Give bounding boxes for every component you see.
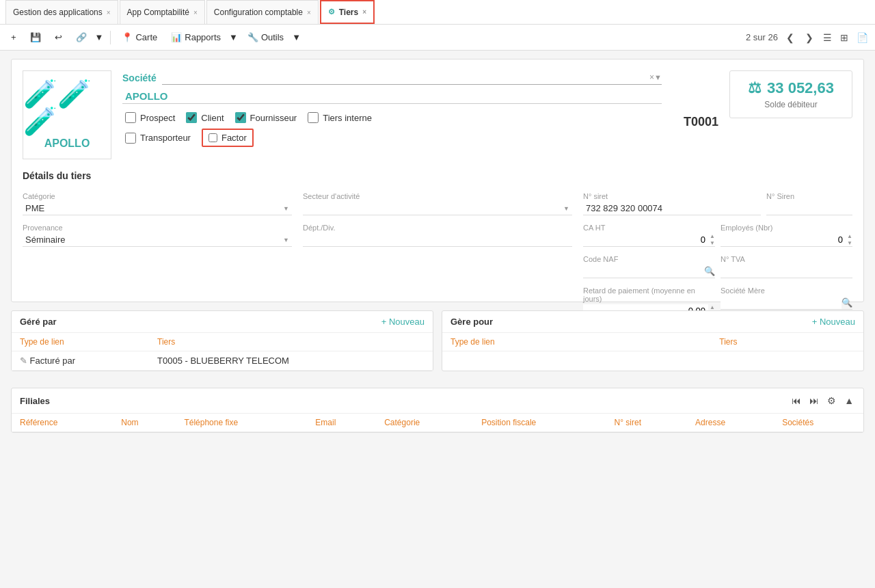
tiers-interne-checkbox-item[interactable]: Tiers interne: [308, 112, 372, 123]
client-checkbox-item[interactable]: Client: [186, 112, 224, 123]
transporteur-checkbox-item[interactable]: Transporteur: [125, 129, 191, 147]
categorie-dropdown-container[interactable]: PME: [23, 202, 292, 215]
secteur-select[interactable]: [303, 202, 572, 215]
societe-clear-icon[interactable]: ×: [649, 72, 654, 82]
gere-pour-title: Gère pour: [450, 317, 493, 327]
code-naf-search-icon[interactable]: 🔍: [704, 266, 715, 276]
tab-comptabilite[interactable]: App Comptabilité ×: [120, 0, 205, 24]
fournisseur-checkbox-item[interactable]: Fournisseur: [235, 112, 297, 123]
tab-tiers-close[interactable]: ×: [362, 8, 366, 16]
carte-button[interactable]: 📍 Carte: [116, 29, 163, 45]
tab-comptabilite-close[interactable]: ×: [193, 9, 198, 16]
tab-tiers[interactable]: ⚙ Tiers ×: [320, 0, 375, 24]
balance-box: ⚖ 33 052,63 Solde débiteur: [729, 70, 852, 118]
secteur-label: Secteur d'activité: [303, 192, 572, 200]
filiales-nav-last[interactable]: ⏭: [808, 394, 820, 407]
gere-par-new-button[interactable]: + Nouveau: [381, 317, 425, 327]
link-dropdown[interactable]: ▼: [94, 29, 105, 45]
logo-company-name: APOLLO: [44, 137, 90, 150]
provenance-select[interactable]: Séminaire: [23, 233, 292, 247]
ca-ht-down-arrow[interactable]: ▼: [710, 240, 715, 247]
link-button[interactable]: 🔗: [70, 29, 92, 45]
tab-config-label: Configuration comptable: [214, 8, 303, 17]
filiales-col-nom: Nom: [113, 414, 176, 432]
add-button[interactable]: +: [5, 29, 22, 45]
gere-pour-new-button[interactable]: + Nouveau: [812, 317, 855, 327]
retard-label: Retard de paiement (moyenne en jours): [583, 286, 715, 303]
dept-input[interactable]: [303, 233, 572, 247]
gere-pour-header-row: Type de lien Tiers: [442, 333, 863, 351]
provenance-dropdown-container[interactable]: Séminaire: [23, 233, 292, 247]
nav-prev-button[interactable]: ❮: [783, 31, 797, 44]
societe-input[interactable]: [162, 70, 647, 84]
tiers-interne-checkbox[interactable]: [308, 112, 319, 123]
outils-button[interactable]: 🔧 Outils: [242, 29, 289, 45]
filiales-col-email: Email: [307, 414, 376, 432]
filiales-settings[interactable]: ⚙: [826, 394, 837, 407]
fournisseur-checkbox[interactable]: [235, 112, 246, 123]
tab-tiers-gear-icon: ⚙: [328, 8, 335, 16]
factor-checkbox[interactable]: [208, 133, 217, 142]
categorie-select[interactable]: PME: [23, 202, 292, 215]
filiales-nav-first[interactable]: ⏮: [790, 394, 803, 407]
tab-gestion-close[interactable]: ×: [107, 9, 111, 16]
logo-image: 🧪🧪🧪 APOLLO: [23, 71, 111, 159]
filiales-controls: ⏮ ⏭ ⚙ ▲: [790, 394, 855, 407]
factor-checkbox-item[interactable]: Factor: [202, 129, 254, 147]
details-section-title: Détails du tiers: [23, 170, 852, 184]
nav-next-button[interactable]: ❯: [803, 31, 816, 44]
rapports-dropdown[interactable]: ▼: [228, 29, 239, 45]
filiales-col-adresse: Adresse: [687, 414, 774, 432]
societe-mere-search-icon[interactable]: 🔍: [842, 297, 852, 308]
ca-ht-input[interactable]: [583, 233, 708, 246]
filiales-collapse[interactable]: ▲: [843, 394, 855, 407]
client-checkbox[interactable]: [186, 112, 197, 123]
tab-config[interactable]: Configuration comptable ×: [206, 0, 319, 24]
employes-input[interactable]: [721, 233, 846, 246]
societe-dropdown-icon[interactable]: ▼: [654, 73, 662, 81]
rapports-label: Rapports: [185, 32, 221, 42]
filiales-col-cat: Catégorie: [376, 414, 473, 432]
retard-up-arrow[interactable]: ▲: [710, 304, 715, 311]
filiales-title: Filiales: [20, 396, 50, 406]
outils-dropdown[interactable]: ▼: [291, 29, 302, 45]
save-button[interactable]: 💾: [25, 29, 46, 45]
filiales-header: Filiales ⏮ ⏭ ⚙ ▲: [12, 388, 863, 414]
employes-num-field: ▲ ▼: [721, 233, 852, 247]
societe-mere-input[interactable]: [721, 296, 842, 309]
employes-down-arrow[interactable]: ▼: [847, 240, 852, 247]
num-tva-input[interactable]: [721, 265, 852, 278]
code-naf-input[interactable]: [583, 265, 704, 278]
filiales-col-ref: Référence: [12, 414, 113, 432]
transporteur-checkbox[interactable]: [125, 133, 136, 144]
siren-input[interactable]: [766, 202, 852, 215]
carte-label: Carte: [135, 32, 157, 42]
grid-view-button[interactable]: ⊞: [839, 31, 850, 44]
undo-button[interactable]: ↩: [49, 29, 68, 45]
prospect-checkbox[interactable]: [125, 112, 136, 123]
list-view-button[interactable]: ☰: [822, 31, 833, 44]
pencil-icon[interactable]: ✎: [20, 356, 27, 366]
num-tva-label: N° TVA: [721, 255, 852, 263]
code-naf-search: 🔍: [583, 265, 715, 278]
employes-up-arrow[interactable]: ▲: [847, 233, 852, 240]
categorie-field: Catégorie PME: [23, 192, 292, 215]
secteur-dropdown-container[interactable]: [303, 202, 572, 215]
gere-par-header-row: Type de lien Tiers: [12, 333, 433, 351]
rapports-button[interactable]: 📊 Rapports: [165, 29, 226, 45]
company-name-input[interactable]: [122, 89, 662, 104]
societe-mere-label: Société Mère: [721, 286, 852, 295]
dept-field: Dépt./Div.: [303, 224, 572, 247]
details-col-3: N° siret N° Siren CA HT ▲: [583, 192, 852, 326]
logo-box[interactable]: 🧪🧪🧪 APOLLO: [23, 70, 111, 159]
filiales-table: Référence Nom Téléphone fixe Email Catég…: [12, 414, 863, 432]
ca-ht-up-arrow[interactable]: ▲: [710, 233, 715, 240]
tab-gestion[interactable]: Gestion des applications ×: [5, 0, 118, 24]
details-col-2: Secteur d'activité Dépt./Div.: [303, 192, 572, 326]
prospect-checkbox-item[interactable]: Prospect: [125, 112, 175, 123]
doc-view-button[interactable]: 📄: [855, 31, 870, 44]
tab-config-close[interactable]: ×: [307, 9, 311, 16]
ca-ht-arrows: ▲ ▼: [710, 233, 715, 246]
filiales-col-pos: Position fiscale: [473, 414, 606, 432]
siret-input[interactable]: [583, 202, 761, 215]
